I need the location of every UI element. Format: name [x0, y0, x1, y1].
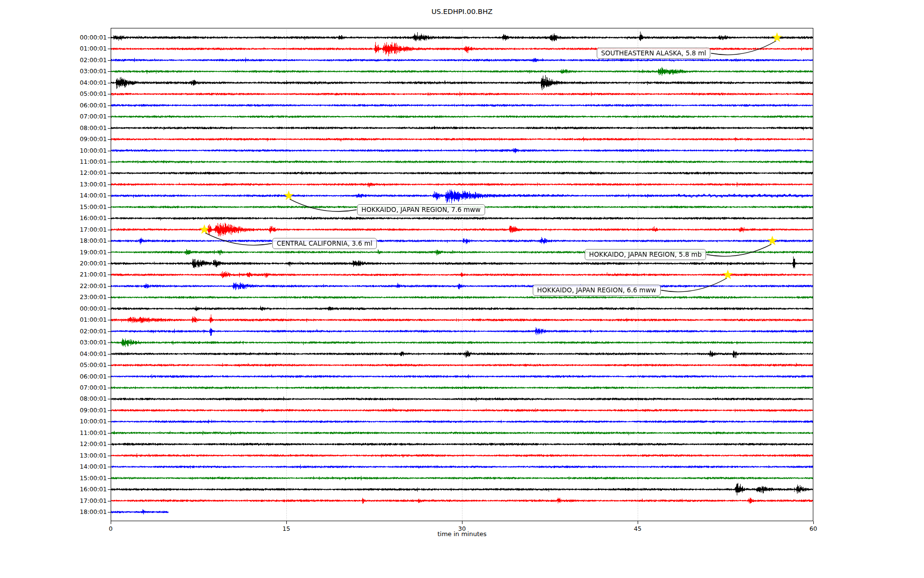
- y-tick-label: 15:00:01: [63, 475, 107, 482]
- y-tick-label: 11:00:01: [63, 158, 107, 165]
- y-tick-label: 00:00:01: [63, 34, 107, 41]
- y-tick-label: 08:00:01: [63, 125, 107, 131]
- y-tick-label: 10:00:01: [63, 418, 107, 425]
- y-tick-label: 05:00:01: [63, 362, 107, 368]
- y-tick-label: 06:00:01: [63, 373, 107, 380]
- y-tick-label: 06:00:01: [63, 102, 107, 109]
- y-tick-label: 00:00:01: [63, 305, 107, 312]
- y-tick-label: 05:00:01: [63, 91, 107, 97]
- x-tick-mark: [638, 521, 638, 524]
- y-tick-label: 22:00:01: [63, 283, 107, 289]
- event-annotation: HOKKAIDO, JAPAN REGION, 6.6 mww: [533, 285, 661, 296]
- y-tick-label: 19:00:01: [63, 249, 107, 256]
- y-tick-label: 23:00:01: [63, 294, 107, 301]
- seismogram-figure: US.EDHPI.00.BHZ 00:00:0101:00:0102:00:01…: [0, 0, 924, 578]
- event-annotation: CENTRAL CALIFORNIA, 3.6 ml: [272, 238, 377, 249]
- y-tick-label: 14:00:01: [63, 463, 107, 470]
- x-tick-mark: [813, 521, 814, 524]
- y-tick-label: 18:00:01: [63, 237, 107, 244]
- x-tick-mark: [462, 521, 462, 524]
- x-axis-title: time in minutes: [111, 530, 813, 538]
- y-tick-label: 17:00:01: [63, 226, 107, 233]
- event-annotation: HOKKAIDO, JAPAN REGION, 7.6 mww: [357, 204, 485, 215]
- y-tick-label: 12:00:01: [63, 170, 107, 176]
- y-tick-label: 13:00:01: [63, 181, 107, 188]
- y-tick-label: 03:00:01: [63, 339, 107, 346]
- y-tick-label: 12:00:01: [63, 441, 107, 447]
- y-tick-label: 15:00:01: [63, 204, 107, 210]
- y-tick-label: 07:00:01: [63, 113, 107, 120]
- y-tick-label: 13:00:01: [63, 452, 107, 459]
- y-tick-label: 20:00:01: [63, 260, 107, 267]
- y-tick-label: 08:00:01: [63, 395, 107, 402]
- y-tick-label: 09:00:01: [63, 407, 107, 414]
- seismogram-canvas: [111, 28, 813, 521]
- x-tick-mark: [111, 521, 111, 524]
- y-tick-label: 04:00:01: [63, 79, 107, 86]
- y-tick-label: 03:00:01: [63, 68, 107, 75]
- y-tick-label: 04:00:01: [63, 351, 107, 357]
- y-tick-label: 10:00:01: [63, 147, 107, 154]
- y-tick-label: 18:00:01: [63, 509, 107, 515]
- event-annotation: HOKKAIDO, JAPAN REGION, 5.8 mb: [585, 249, 706, 260]
- event-annotation: SOUTHEASTERN ALASKA, 5.8 ml: [597, 48, 710, 59]
- y-tick-label: 21:00:01: [63, 271, 107, 278]
- x-tick-mark: [286, 521, 287, 524]
- y-tick-label: 02:00:01: [63, 57, 107, 64]
- y-tick-label: 16:00:01: [63, 215, 107, 222]
- y-tick-label: 01:00:01: [63, 45, 107, 52]
- y-tick-label: 14:00:01: [63, 192, 107, 199]
- y-tick-label: 02:00:01: [63, 328, 107, 335]
- y-tick-label: 09:00:01: [63, 136, 107, 143]
- y-tick-label: 07:00:01: [63, 384, 107, 391]
- y-tick-label: 16:00:01: [63, 486, 107, 493]
- y-tick-label: 11:00:01: [63, 430, 107, 436]
- y-tick-label: 17:00:01: [63, 498, 107, 504]
- y-tick-label: 01:00:01: [63, 316, 107, 323]
- figure-title: US.EDHPI.00.BHZ: [111, 8, 813, 15]
